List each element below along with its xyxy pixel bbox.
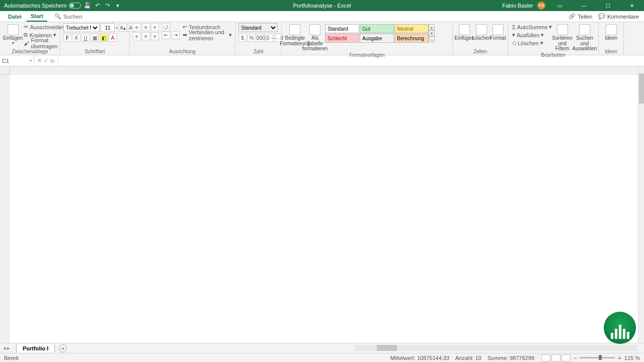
inc-decimal-icon[interactable]: .0→ [266,34,274,42]
qat-customize-icon[interactable]: ▾ [114,2,121,9]
format-as-table-button[interactable]: Als Tabelleformatieren [305,23,325,52]
logo-badge [604,312,636,344]
zoom-level[interactable]: 115 % [624,355,640,361]
sheet-tab-active[interactable]: Portfolio I [16,344,55,352]
zoom-slider[interactable] [580,357,615,358]
sheet-nav-last-icon[interactable]: ▸ [7,345,10,351]
cancel-formula-icon[interactable]: ✕ [37,57,42,64]
group-label-clipboard: Zwischenablage [3,48,57,55]
percent-icon[interactable]: % [248,34,256,42]
find-select-button[interactable]: Suchen undAuswählen [573,23,597,52]
name-box[interactable]: C1 [0,55,34,66]
clear-button[interactable]: ◇ Löschen ▾ [512,39,552,47]
search-label: Suchen [63,14,82,20]
underline-button[interactable]: U [82,34,90,42]
autosum-button[interactable]: Σ AutoSumme ▾ [512,23,552,31]
format-cells-button[interactable]: Format [490,23,506,41]
ideas-button[interactable]: Ideen [602,23,620,41]
add-sheet-button[interactable]: + [59,344,67,352]
fill-button[interactable]: ▾ Ausfüllen ▾ [512,31,552,39]
group-label-ideas: Ideen [602,48,620,55]
gallery-down-icon[interactable]: ▾ [429,30,435,36]
indent-inc-icon[interactable]: ⇥ [172,31,180,39]
font-size-input[interactable] [101,23,115,32]
tell-me-search[interactable]: 🔍 Suchen [54,13,82,20]
status-average: Mittelwert: 10975144,33 [390,355,449,361]
indent-dec-icon[interactable]: ⇤ [162,31,170,39]
view-page-break-icon[interactable] [561,354,571,361]
toggle-off-icon[interactable] [69,3,81,9]
cell-styles-gallery[interactable]: Standard Gut Neutral Schlecht Ausgabe Be… [325,24,429,43]
paste-button[interactable]: Einfügen▾ [3,23,23,45]
gallery-more-icon[interactable]: ⌄ [429,36,435,42]
alignment-grid[interactable]: ≡≡≡ ≡≡≡ [133,23,159,40]
status-bar: Bereit Mittelwert: 10975144,33 Anzahl: 1… [0,353,644,362]
tab-start[interactable]: Start [27,12,47,22]
fill-color-button[interactable]: ◧ [100,34,108,42]
bold-button[interactable]: F [63,34,71,42]
comments-button[interactable]: 💬 Kommentare [598,13,639,20]
gallery-up-icon[interactable]: ▴ [429,24,435,30]
borders-button[interactable]: ▦ [91,34,99,42]
comma-icon[interactable]: 000 [257,34,265,42]
number-format-select[interactable]: Standard [238,23,278,32]
group-label-cells: Zellen [456,48,505,55]
zoom-out-icon[interactable]: − [574,355,577,361]
sort-filter-button[interactable]: Sortieren undFiltern [552,23,573,52]
font-color-button[interactable]: A [109,34,117,42]
autosave-toggle[interactable]: Automatisches Speichern [4,3,81,9]
select-all-corner[interactable] [0,66,10,75]
conditional-formatting-button[interactable]: BedingteFormatierung [285,23,305,46]
fx-icon[interactable]: fx [50,58,55,64]
view-normal-icon[interactable] [541,354,550,361]
vertical-scrollbar[interactable] [638,66,644,343]
undo-icon[interactable]: ↶ [94,2,101,9]
user-avatar[interactable]: FB [537,2,545,10]
status-count: Anzahl: 10 [455,355,481,361]
ribbon: Einfügen▾ ✂ Ausschneiden ⧉ Kopieren ▾ 🖌 … [0,22,644,55]
orientation-icon[interactable]: ⭯ [162,23,170,31]
zoom-in-icon[interactable]: + [618,355,621,361]
save-icon[interactable]: 💾 [84,2,91,9]
group-label-styles: Formatvorlagen [285,52,449,58]
sheet-nav-first-icon[interactable]: ◂ [3,345,6,351]
merge-center-button[interactable]: ⬌ Verbinden und zentrieren ▾ [183,31,232,39]
column-headers[interactable] [10,66,638,75]
horizontal-scrollbar[interactable] [354,345,638,351]
increase-font-icon[interactable]: A▴ [119,24,127,32]
window-title: Portfolioanalyse - Excel [293,3,351,9]
ribbon-tabs: Datei Start 🔍 Suchen 🔗 Teilen 💬 Kommenta… [0,11,644,22]
row-headers[interactable] [0,75,10,343]
enter-formula-icon[interactable]: ✓ [44,57,48,64]
close-icon[interactable]: ✕ [622,0,642,11]
ribbon-mode-icon[interactable]: ▭ [549,0,570,11]
font-name-select[interactable]: Trebuchet MS [63,23,100,32]
group-label-align: Ausrichtung [133,48,232,55]
currency-icon[interactable]: $ [238,34,247,42]
autosave-label: Automatisches Speichern [4,3,67,9]
maximize-icon[interactable]: ☐ [598,0,618,11]
title-bar: Automatisches Speichern 💾 ↶ ↷ ▾ Portfoli… [0,0,644,11]
italic-button[interactable]: K [72,34,80,42]
worksheet-grid[interactable] [0,66,644,343]
share-button[interactable]: 🔗 Teilen [569,13,592,20]
status-sum: Summe: 98776299 [488,355,534,361]
view-page-layout-icon[interactable] [551,354,560,361]
group-label-editing: Bearbeiten [511,52,595,58]
sheet-tab-bar: ◂ ▸ Portfolio I + [0,343,644,353]
redo-icon[interactable]: ↷ [104,2,111,9]
tab-file[interactable]: Datei [4,12,26,21]
group-label-font: Schriftart [63,48,126,55]
status-ready: Bereit [4,355,19,361]
format-painter-button[interactable]: 🖌 Format übertragen [24,39,64,47]
cut-button[interactable]: ✂ Ausschneiden [24,23,64,31]
group-label-number: Zahl [238,48,278,55]
delete-cells-button[interactable]: Löschen [473,23,490,41]
insert-cells-button[interactable]: Einfügen [456,23,473,41]
minimize-icon[interactable]: — [574,0,594,11]
user-name[interactable]: Fabio Basler [502,3,533,9]
